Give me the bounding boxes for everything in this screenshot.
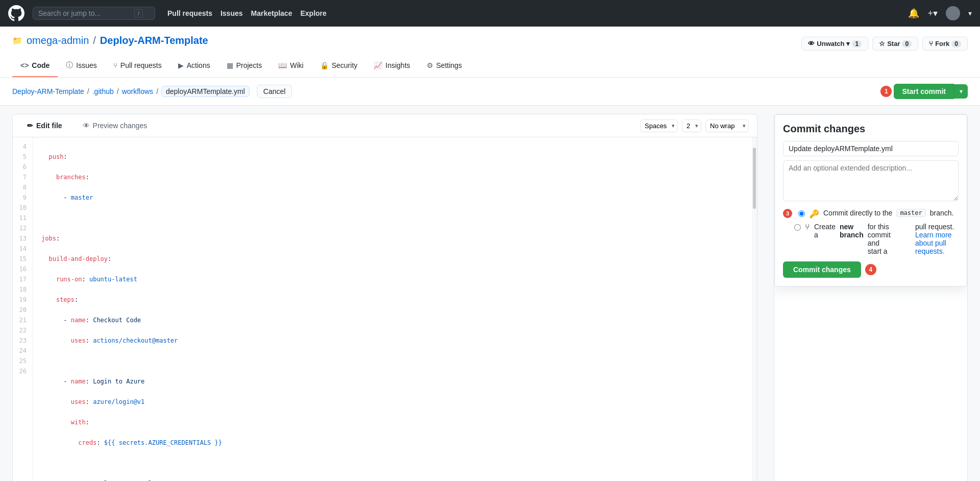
star-count: 0 — [902, 40, 912, 47]
repo-owner-link[interactable]: omega-admin — [27, 35, 89, 46]
radio-branch[interactable] — [794, 224, 801, 231]
preview-icon: 👁 — [83, 122, 90, 130]
start-commit-group: 1 Start commit ▾ — [880, 84, 968, 99]
fork-icon: ⑂ — [929, 40, 933, 47]
commit-message-input[interactable] — [783, 141, 959, 156]
indent-wrapper: 2 4 — [682, 119, 701, 132]
top-nav-right: 🔔 +▾ ▾ — [908, 6, 972, 20]
insights-icon: 📈 — [374, 61, 382, 69]
learn-more-link[interactable]: Learn more about pull requests. — [915, 231, 952, 255]
avatar[interactable] — [946, 6, 960, 20]
radio-branch-item: ⑂ Create a new branch for this commit an… — [794, 223, 959, 255]
search-bar[interactable]: / — [33, 7, 155, 20]
repo-actions: 👁 Unwatch ▾ 1 ☆ Star 0 ⑂ Fork 0 — [801, 37, 968, 51]
commit-radio-group: 3 🔑 Commit directly to the master branch… — [783, 209, 959, 255]
wrap-wrapper: No wrap Soft wrap — [705, 119, 749, 132]
repo-name-link[interactable]: Deploy-ARM-Template — [100, 35, 208, 46]
radio-direct-suffix: branch. — [930, 209, 954, 217]
tab-insights-label: Insights — [385, 61, 410, 69]
start-commit-button[interactable]: Start commit — [894, 84, 954, 99]
branch-icon: ⑂ — [805, 223, 810, 232]
tab-projects-label: Projects — [236, 61, 262, 69]
breadcrumb-workflows[interactable]: workflows — [122, 87, 153, 95]
radio-direct-label: Commit directly to the — [823, 209, 892, 217]
nav-marketplace[interactable]: Marketplace — [251, 9, 292, 17]
edit-icon: ✏ — [27, 122, 33, 130]
cancel-button[interactable]: Cancel — [257, 85, 292, 98]
breadcrumb-sep-3: / — [156, 87, 158, 95]
fork-count: 0 — [951, 40, 961, 47]
edit-file-tab[interactable]: ✏ Edit file — [21, 118, 68, 133]
wrap-select[interactable]: No wrap Soft wrap — [705, 119, 749, 132]
tab-security-label: Security — [332, 61, 358, 69]
spaces-select[interactable]: Spaces — [640, 119, 678, 132]
add-icon[interactable]: +▾ — [927, 8, 938, 19]
nav-issues[interactable]: Issues — [220, 9, 243, 17]
radio-branch-bold: new branch — [840, 223, 864, 239]
main-content: ✏ Edit file 👁 Preview changes Spaces 2 4 — [0, 106, 980, 481]
eye-icon: 👁 — [808, 40, 815, 47]
breadcrumb-separator: / — [93, 35, 96, 46]
security-icon: 🔒 — [320, 61, 329, 69]
commit-changes-button[interactable]: Commit changes — [783, 261, 861, 278]
projects-icon: ▦ — [227, 61, 233, 69]
tab-projects[interactable]: ▦ Projects — [218, 55, 271, 77]
breadcrumb-github[interactable]: .github — [92, 87, 114, 95]
avatar-dropdown[interactable]: ▾ — [968, 9, 972, 17]
tab-actions-label: Actions — [187, 61, 210, 69]
tab-issues[interactable]: ⓘ Issues — [58, 55, 105, 77]
breadcrumb-sep-2: / — [117, 87, 119, 95]
radio-direct[interactable] — [798, 210, 805, 217]
commit-btn-row: Commit changes 4 — [783, 261, 959, 278]
commit-description-textarea[interactable] — [783, 160, 959, 201]
tab-actions[interactable]: ▶ Actions — [170, 55, 218, 77]
top-nav-links: Pull requests Issues Marketplace Explore — [167, 9, 327, 17]
tab-pull-requests[interactable]: ⑂ Pull requests — [105, 55, 170, 77]
radio-direct-item: 3 🔑 Commit directly to the master branch… — [783, 209, 959, 219]
start-commit-dropdown[interactable]: ▾ — [954, 84, 968, 99]
scrollbar-thumb — [753, 148, 756, 209]
fork-label: Fork — [935, 40, 949, 47]
breadcrumb-sep-1: / — [87, 87, 89, 95]
breadcrumb-repo[interactable]: Deploy-ARM-Template — [12, 87, 84, 95]
line-numbers: 456789 101112131415 161718192021 2223242… — [13, 137, 33, 481]
code-editor[interactable]: 456789 101112131415 161718192021 2223242… — [13, 137, 757, 481]
nav-pull-requests[interactable]: Pull requests — [167, 9, 212, 17]
step-badge-4: 4 — [865, 264, 876, 275]
editor-panel: ✏ Edit file 👁 Preview changes Spaces 2 4 — [12, 114, 757, 481]
breadcrumb-filename: deployARMTemplate.yml — [161, 86, 250, 97]
unwatch-count: 1 — [852, 40, 862, 47]
radio-branch-pull-row: pull request. Learn more about pull requ… — [915, 223, 959, 255]
commit-key-icon: 🔑 — [809, 209, 819, 219]
tab-insights[interactable]: 📈 Insights — [365, 55, 418, 77]
issues-icon: ⓘ — [66, 61, 73, 70]
tab-wiki[interactable]: 📖 Wiki — [270, 55, 311, 77]
fork-button[interactable]: ⑂ Fork 0 — [922, 37, 968, 51]
tab-security[interactable]: 🔒 Security — [312, 55, 366, 77]
notifications-icon[interactable]: 🔔 — [908, 8, 919, 19]
github-logo[interactable] — [8, 5, 24, 21]
code-content[interactable]: push: branches: - master jobs: build-and… — [33, 137, 752, 481]
editor-toolbar: ✏ Edit file 👁 Preview changes Spaces 2 4 — [13, 114, 757, 137]
unwatch-button[interactable]: 👁 Unwatch ▾ 1 — [801, 37, 868, 51]
star-icon: ☆ — [879, 40, 885, 47]
commit-title: Commit changes — [783, 123, 959, 135]
actions-icon: ▶ — [178, 61, 184, 69]
settings-icon: ⚙ — [427, 61, 433, 69]
wiki-icon: 📖 — [278, 61, 287, 69]
nav-explore[interactable]: Explore — [300, 9, 326, 17]
tab-code[interactable]: <> Code — [12, 55, 58, 77]
preview-label: Preview changes — [93, 122, 148, 130]
search-input[interactable] — [38, 9, 130, 17]
pr-icon: ⑂ — [113, 61, 117, 69]
preview-changes-tab[interactable]: 👁 Preview changes — [77, 118, 154, 133]
star-button[interactable]: ☆ Star 0 — [872, 37, 918, 51]
repo-header-row: 📁 omega-admin / Deploy-ARM-Template 👁 Un… — [12, 35, 968, 53]
tab-settings[interactable]: ⚙ Settings — [419, 55, 471, 77]
repo-icon: 📁 — [12, 36, 22, 45]
tab-settings-label: Settings — [436, 61, 462, 69]
indent-select[interactable]: 2 4 — [682, 119, 701, 132]
unwatch-dropdown-icon: ▾ — [846, 40, 850, 47]
scrollbar-vertical[interactable] — [752, 137, 757, 481]
tab-code-label: Code — [32, 61, 50, 69]
